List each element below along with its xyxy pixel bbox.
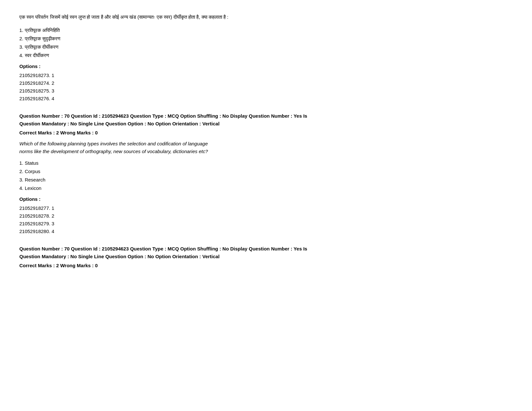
hindi-option-1: 1. प्रतिपूरक अपिनिहिति	[19, 26, 513, 34]
question-header-line2-2: Question Mandatory : No Single Line Ques…	[19, 121, 220, 126]
correct-marks-3: Correct Marks : 2 Wrong Marks : 0	[19, 262, 513, 269]
option-id-list-1: 21052918273. 1 21052918274. 2 2105291827…	[19, 72, 513, 103]
option-id-2-2: 21052918278. 2	[19, 212, 513, 220]
option-id-2-1: 21052918277. 1	[19, 204, 513, 212]
option-id-1-1: 21052918273. 1	[19, 72, 513, 79]
option-id-2-4: 21052918280. 4	[19, 228, 513, 235]
option-2-3: 3. Research	[19, 176, 513, 184]
question-header-line1-3: Question Number : 70 Question Id : 21052…	[19, 246, 307, 251]
options-label-2: Options :	[19, 195, 513, 203]
question-header-2: Question Number : 70 Question Id : 21052…	[19, 112, 513, 128]
question-header-3: Question Number : 70 Question Id : 21052…	[19, 245, 513, 260]
section-1: एक स्वन परिवर्तन जिसमें कोई स्वन लुप्त ह…	[19, 13, 513, 103]
option-id-1-2: 21052918274. 2	[19, 79, 513, 87]
hindi-option-2: 2. प्रतिपूरक सुदृढ़ीकरण	[19, 35, 513, 43]
options-list-2: 1. Status 2. Corpus 3. Research 4. Lexic…	[19, 159, 513, 192]
option-id-list-2: 21052918277. 1 21052918278. 2 2105291827…	[19, 204, 513, 235]
hindi-options-list: 1. प्रतिपूरक अपिनिहिति 2. प्रतिपूरक सुदृ…	[19, 26, 513, 59]
option-2-1: 1. Status	[19, 159, 513, 167]
question-text-line2-2: norms like the development of orthograph…	[19, 149, 208, 154]
section-3: Question Number : 70 Question Id : 21052…	[19, 245, 513, 269]
hindi-option-4: 4. स्वर दीर्घीकरण	[19, 52, 513, 59]
hindi-question: एक स्वन परिवर्तन जिसमें कोई स्वन लुप्त ह…	[19, 13, 513, 21]
option-id-2-3: 21052918279. 3	[19, 220, 513, 228]
question-header-line1-2: Question Number : 70 Question Id : 21052…	[19, 113, 307, 119]
correct-marks-2: Correct Marks : 2 Wrong Marks : 0	[19, 129, 513, 137]
option-id-1-4: 21052918276. 4	[19, 95, 513, 103]
option-2-2: 2. Corpus	[19, 168, 513, 175]
hindi-option-3: 3. प्रतिपूरक दीर्घीकरण	[19, 43, 513, 51]
question-header-line2-3: Question Mandatory : No Single Line Ques…	[19, 254, 220, 259]
option-id-1-3: 21052918275. 3	[19, 87, 513, 95]
section-2: Question Number : 70 Question Id : 21052…	[19, 112, 513, 235]
question-text-line1-2: Which of the following planning types in…	[19, 141, 208, 146]
options-label-1: Options :	[19, 63, 513, 70]
option-2-4: 4. Lexicon	[19, 184, 513, 192]
question-text-2: Which of the following planning types in…	[19, 140, 513, 155]
